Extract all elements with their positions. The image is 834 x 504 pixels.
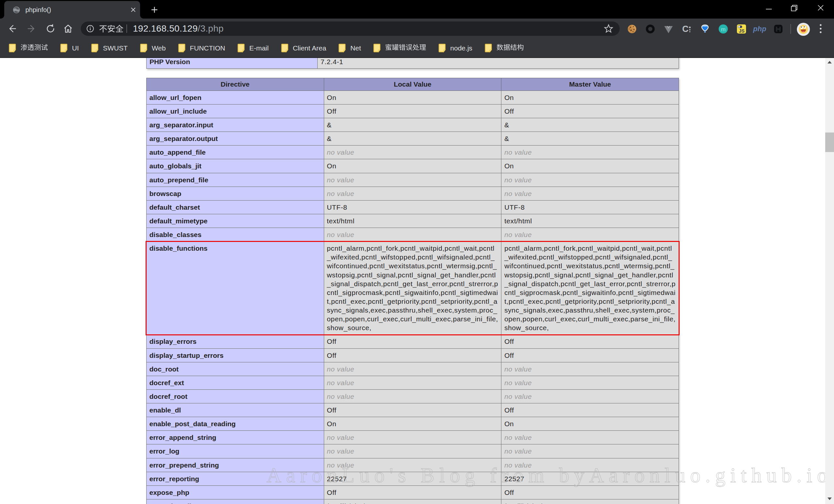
directive-cell: auto_prepend_file	[146, 173, 324, 187]
bookmark-folder-item[interactable]: E-mail	[238, 41, 269, 55]
bookmark-folder-icon	[178, 44, 185, 52]
balloon-extension-icon[interactable]	[700, 24, 710, 34]
master-value-cell: 22527	[501, 472, 679, 485]
local-value-cell: 22527	[324, 472, 501, 485]
vue-devtools-extension-icon[interactable]	[664, 24, 673, 34]
c-colon-extension-icon[interactable]: C	[682, 24, 692, 34]
master-value-cell: Off	[501, 348, 679, 362]
directive-cell: allow_url_fopen	[146, 91, 324, 104]
master-value-cell: no value	[501, 376, 679, 389]
security-label[interactable]	[99, 25, 124, 32]
phpinfo-content: PHP Version 7.2.4-1 DirectiveLocal Value…	[0, 58, 825, 504]
bookmark-folder-item[interactable]: node.js	[439, 41, 473, 55]
bookmark-folder-item[interactable]	[373, 41, 426, 55]
master-value-cell: UTF-8	[501, 200, 679, 214]
directive-cell: default_charset	[146, 200, 324, 214]
new-tab-button[interactable]	[149, 5, 160, 14]
local-value-cell: Off	[324, 335, 501, 348]
local-value-cell: pcntl_alarm,pcntl_fork,pcntl_waitpid,pcn…	[324, 242, 501, 335]
bookmark-folder-item[interactable]	[485, 41, 524, 55]
bookmark-folder-item[interactable]: UI	[60, 41, 79, 55]
bookmark-label: UI	[72, 44, 79, 52]
bookmark-star-icon[interactable]	[604, 19, 613, 39]
scrollbar[interactable]	[825, 58, 834, 504]
modheader-extension-icon[interactable]: m	[718, 24, 728, 34]
window-minimize-button[interactable]	[758, 0, 780, 16]
profile-avatar[interactable]	[797, 23, 810, 36]
window-restore-button[interactable]	[783, 0, 806, 16]
directive-cell: disable_classes	[146, 228, 324, 242]
table-row: allow_url_includeOffOff	[146, 104, 679, 118]
local-value-cell: Off	[324, 404, 501, 417]
directives-table: DirectiveLocal ValueMaster Valueallow_ur…	[146, 78, 679, 504]
master-value-cell: Off	[501, 404, 679, 417]
ring-extension-icon[interactable]	[645, 24, 655, 34]
bookmark-folder-item[interactable]	[9, 41, 48, 55]
home-button[interactable]	[63, 19, 73, 39]
phpinfo-zoom-wrapper: PHP Version 7.2.4-1 DirectiveLocal Value…	[0, 58, 825, 504]
bookmark-folder-icon	[9, 44, 16, 52]
directive-cell: extension_dir	[146, 499, 324, 504]
url-path: /3.php	[198, 23, 224, 33]
tab-close-icon[interactable]	[130, 7, 136, 13]
local-value-cell: Off	[324, 485, 501, 499]
forward-button[interactable]	[27, 19, 37, 39]
bookmark-folder-item[interactable]: FUNCTION	[178, 41, 225, 55]
window-close-button[interactable]	[809, 0, 832, 16]
local-value-cell: no value	[324, 376, 501, 389]
bookmark-folder-item[interactable]: Client Area	[281, 41, 326, 55]
kebab-menu-icon[interactable]	[818, 19, 823, 39]
directive-cell: enable_dl	[146, 404, 324, 417]
js-switcher-extension-icon[interactable]: JS	[737, 24, 746, 34]
local-value-cell: no value	[324, 431, 501, 444]
table-row: allow_url_fopenOnOn	[146, 91, 679, 104]
url-text[interactable]: 192.168.50.129/3.php	[133, 22, 224, 36]
directive-cell: docref_root	[146, 389, 324, 403]
table-row: auto_prepend_fileno valueno value	[146, 173, 679, 187]
bookmark-folder-icon	[60, 44, 67, 52]
table-row: browscapno valueno value	[146, 187, 679, 200]
browser-window: phpinfo()	[0, 0, 834, 504]
scroll-down-arrow[interactable]	[825, 494, 834, 503]
bookmark-label: Net	[350, 44, 361, 52]
local-value-cell: On	[324, 417, 501, 431]
scroll-up-arrow[interactable]	[825, 58, 834, 67]
table-row: default_charsetUTF-8UTF-8	[146, 200, 679, 214]
toolbar-separator	[790, 24, 791, 34]
bookmark-label: E-mail	[249, 44, 269, 52]
svg-text:C: C	[682, 24, 689, 34]
tab-title: phpinfo()	[25, 1, 51, 19]
cookie-extension-icon[interactable]	[627, 24, 637, 34]
bookmark-label: node.js	[450, 44, 473, 52]
master-value-cell: no value	[501, 145, 679, 159]
bookmark-folder-item[interactable]: SWUST	[91, 41, 128, 55]
scrollbar-thumb[interactable]	[825, 133, 834, 152]
directive-cell: arg_separator.output	[146, 132, 324, 145]
table-row: auto_globals_jitOnOn	[146, 159, 679, 173]
table-header-row: DirectiveLocal ValueMaster Value	[146, 78, 679, 91]
browser-tab[interactable]: phpinfo()	[4, 1, 140, 19]
directives-table-body: DirectiveLocal ValueMaster Valueallow_ur…	[146, 78, 679, 504]
hackbar-extension-icon[interactable]: H	[773, 24, 783, 34]
back-button[interactable]	[7, 19, 17, 39]
bookmark-label	[21, 44, 48, 52]
master-value-cell: no value	[501, 431, 679, 444]
bookmark-folder-item[interactable]: Web	[140, 41, 166, 55]
reload-button[interactable]	[46, 19, 56, 39]
local-value-cell: no value	[324, 187, 501, 200]
table-row: display_errorsOffOff	[146, 335, 679, 348]
bookmark-label: Client Area	[293, 44, 326, 52]
tab-corner	[140, 15, 144, 19]
page-info-icon[interactable]	[86, 25, 94, 32]
bookmark-folder-item[interactable]: Net	[338, 41, 361, 55]
directive-cell: error_prepend_string	[146, 458, 324, 472]
directive-cell: display_errors	[146, 335, 324, 348]
directive-cell: display_startup_errors	[146, 348, 324, 362]
local-value-cell: no value	[324, 145, 501, 159]
php-extension-icon[interactable]: php	[752, 24, 767, 34]
table-row: extension_dir/usr/lib/php/20170718/usr/l…	[146, 499, 679, 504]
address-bar[interactable]: 192.168.50.129/3.php	[81, 22, 620, 36]
table-row: error_reporting2252722527	[146, 472, 679, 485]
local-value-cell: Off	[324, 104, 501, 118]
master-value-cell: /usr/lib/php/20170718	[501, 499, 679, 504]
